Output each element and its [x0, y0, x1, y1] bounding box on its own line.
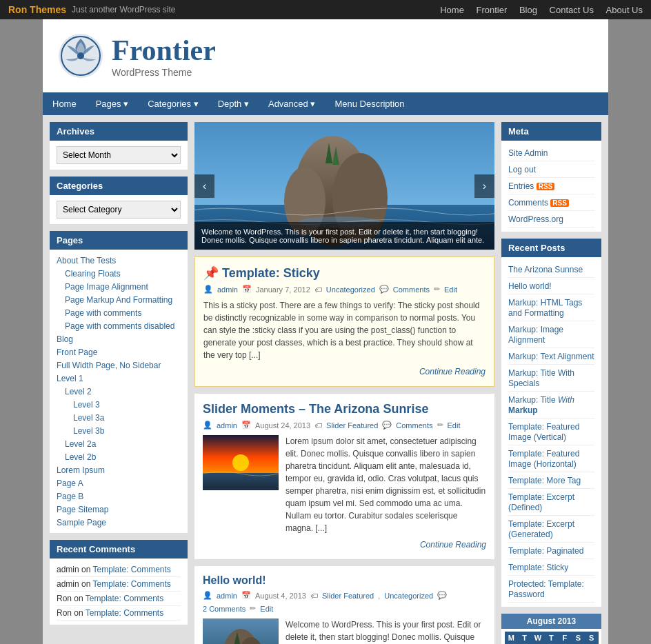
list-item: About The Tests: [57, 254, 181, 267]
recent-posts-title: Recent Posts: [501, 239, 601, 257]
category-icon: 🏷: [314, 285, 322, 294]
wordpress-org-link[interactable]: WordPress.org: [508, 214, 563, 224]
post-title-link[interactable]: Template: Sticky: [222, 266, 320, 280]
post-author-link[interactable]: admin: [217, 285, 238, 294]
nav-menu-description[interactable]: Menu Description: [325, 92, 414, 115]
top-nav-contact[interactable]: Contact Us: [550, 5, 594, 15]
list-item: Page B: [57, 490, 181, 503]
comment-post-link[interactable]: Template: Comments: [86, 594, 163, 603]
top-nav-frontier[interactable]: Frontier: [477, 5, 508, 15]
author-icon: 👤: [203, 285, 213, 294]
page-link[interactable]: Page with comments: [65, 308, 141, 318]
list-item: Page Markup And Formatting: [57, 293, 181, 306]
recent-post-link[interactable]: Markup: HTML Tags and Formatting: [508, 298, 582, 318]
list-item: Blog: [57, 332, 181, 345]
page-link[interactable]: Page A: [57, 479, 83, 488]
post-category-link-2[interactable]: Uncategorized: [384, 592, 433, 600]
post-thumbnail: [203, 435, 279, 551]
page-link[interactable]: Page with comments disabled: [65, 321, 174, 331]
site-admin-link[interactable]: Site Admin: [508, 148, 548, 158]
nav-depth[interactable]: Depth ▾: [208, 92, 259, 115]
page-link[interactable]: Level 3: [73, 400, 100, 410]
list-item: Clearing Floats: [57, 267, 181, 280]
post-author-link[interactable]: admin: [217, 421, 237, 430]
post-hello-world: Hello world! 👤 admin 📅 August 4, 2013 🏷 …: [194, 566, 494, 644]
post-category-link[interactable]: Slider Featured: [326, 421, 378, 430]
post-category-link[interactable]: Slider Featured: [322, 592, 374, 600]
cal-header-f: F: [558, 632, 571, 644]
recent-post-link[interactable]: Markup: Title With Markup: [508, 395, 574, 415]
recent-post-link[interactable]: Markup: Title With Specials: [508, 368, 574, 388]
slider-caption: Welcome to WordPress. This is your first…: [194, 222, 494, 250]
slider-caption-text: Welcome to WordPress. This is your first…: [201, 228, 484, 244]
list-item: Markup: Title With Specials: [508, 365, 594, 392]
recent-post-link[interactable]: The Arizona Sunnse: [508, 265, 583, 274]
page-link[interactable]: Level 2: [65, 387, 92, 396]
comment-post-link[interactable]: Template: Comments: [92, 579, 170, 589]
thumbnail-image: [203, 618, 279, 644]
page-link[interactable]: About The Tests: [57, 256, 116, 265]
page-link[interactable]: Level 3b: [73, 426, 104, 436]
recent-post-link[interactable]: Hello world!: [508, 281, 552, 291]
comment-post-link[interactable]: Template: Comments: [92, 565, 170, 574]
recent-post-link[interactable]: Markup: Image Alignment: [508, 325, 563, 345]
post-title-link[interactable]: Hello world!: [203, 574, 266, 586]
continue-reading-link[interactable]: Continue Reading: [420, 540, 486, 550]
svg-point-2: [77, 52, 84, 59]
nav-advanced[interactable]: Advanced ▾: [259, 92, 325, 115]
slider-next-button[interactable]: ›: [474, 174, 494, 198]
list-item: Template: Featured Image (Vertical): [508, 419, 594, 445]
post-category-link[interactable]: Uncategorized: [326, 285, 375, 294]
recent-post-link[interactable]: Template: Paginated: [508, 546, 583, 556]
top-nav-about[interactable]: About Us: [606, 5, 643, 15]
recent-post-link[interactable]: Template: Featured Image (Vertical): [508, 422, 579, 442]
page-link[interactable]: Clearing Floats: [65, 269, 121, 279]
page-link[interactable]: Lorem Ipsum: [57, 465, 105, 475]
page-link[interactable]: Page Sitemap: [57, 505, 108, 514]
entries-rss-link[interactable]: Entries RSS: [508, 181, 554, 191]
recent-post-link[interactable]: Markup: Text Alignment: [508, 352, 594, 361]
archives-select[interactable]: Select Month: [57, 146, 181, 164]
recent-post-link[interactable]: Template: Featured Image (Horizontal): [508, 449, 579, 469]
nav-categories[interactable]: Categories ▾: [138, 92, 208, 115]
page-link[interactable]: Level 2a: [65, 439, 96, 449]
comments-rss-link[interactable]: Comments RSS: [508, 198, 569, 208]
logout-link[interactable]: Log out: [508, 165, 536, 174]
post-comments-link[interactable]: Comments: [393, 285, 430, 294]
post-edit-link[interactable]: Edit: [260, 605, 273, 613]
page-link[interactable]: Blog: [57, 334, 73, 344]
page-link[interactable]: Front Page: [57, 348, 97, 357]
page-link[interactable]: Level 2b: [65, 452, 96, 462]
post-edit-link[interactable]: Edit: [444, 285, 457, 294]
page-link[interactable]: Page Image Alignment: [65, 282, 148, 292]
pages-list: About The Tests Clearing Floats Page Ima…: [57, 254, 181, 529]
nav-pages[interactable]: Pages ▾: [86, 92, 138, 115]
post-author-link[interactable]: admin: [217, 592, 237, 600]
logo-icon: [57, 32, 105, 80]
pages-widget: Pages About The Tests Clearing Floats Pa…: [50, 231, 188, 533]
page-link[interactable]: Full Width Page, No Sidebar: [57, 361, 161, 370]
page-link[interactable]: Level 3a: [73, 413, 104, 423]
nav-home[interactable]: Home: [43, 92, 86, 115]
slider-prev-button[interactable]: ‹: [194, 174, 214, 198]
page-link[interactable]: Sample Page: [57, 518, 106, 527]
comment-icon: 💬: [379, 285, 389, 294]
recent-post-link[interactable]: Template: Excerpt (Defined): [508, 492, 574, 512]
recent-post-link[interactable]: Template: Excerpt (Generated): [508, 519, 574, 539]
post-comments-link[interactable]: 2 Comments: [203, 605, 246, 613]
page-link[interactable]: Level 1: [57, 374, 83, 383]
list-item: Level 2a: [57, 437, 181, 450]
page-link[interactable]: Page B: [57, 492, 83, 501]
post-edit-link[interactable]: Edit: [448, 421, 461, 430]
post-title-link[interactable]: Slider Moments – The Arizona Sunrise: [203, 402, 428, 416]
top-nav-blog[interactable]: Blog: [519, 5, 537, 15]
continue-reading-link[interactable]: Continue Reading: [419, 367, 485, 376]
top-nav-home[interactable]: Home: [440, 5, 464, 15]
comment-post-link[interactable]: Template: Comments: [86, 608, 163, 618]
recent-post-link[interactable]: Protected: Template: Password: [508, 579, 584, 599]
recent-post-link[interactable]: Template: More Tag: [508, 476, 581, 485]
post-comments-link[interactable]: Comments: [396, 421, 432, 430]
page-link[interactable]: Page Markup And Formatting: [65, 295, 172, 305]
categories-select[interactable]: Select Category: [57, 201, 181, 219]
recent-post-link[interactable]: Template: Sticky: [508, 563, 568, 572]
